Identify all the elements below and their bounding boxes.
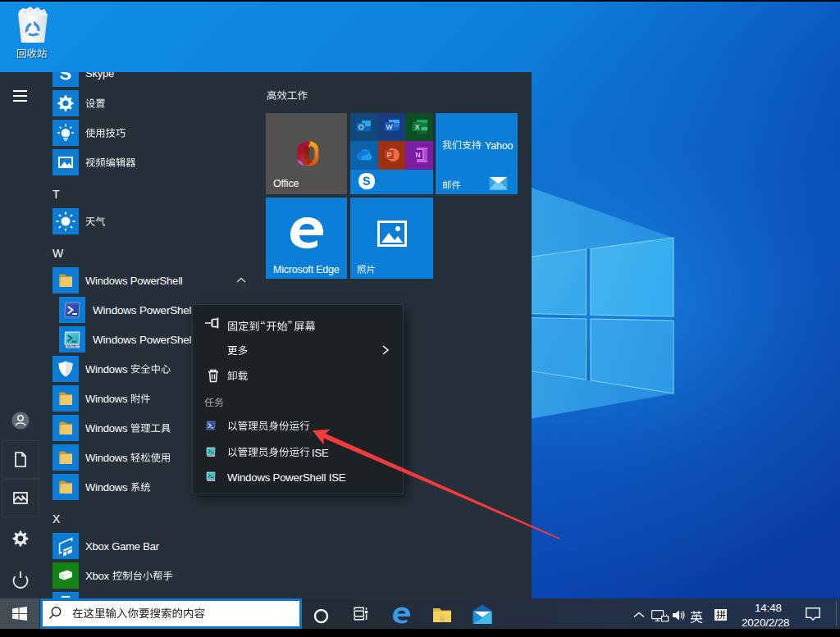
svg-text:N: N [415,151,420,159]
svg-text:O: O [358,123,364,131]
svg-text:W: W [386,123,392,131]
svg-text:P: P [387,151,392,159]
svg-text:X: X [415,123,420,131]
